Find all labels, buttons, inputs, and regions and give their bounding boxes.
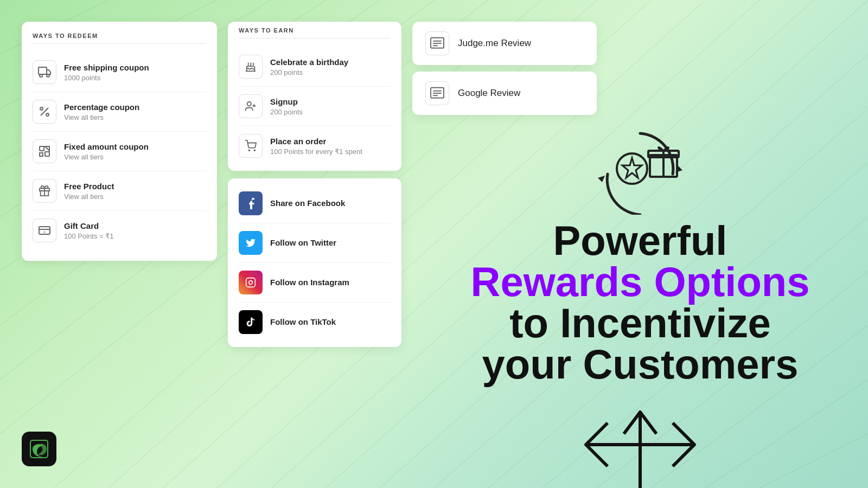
social-item-tiktok: Follow on TikTok xyxy=(239,303,391,342)
earn-item-birthday: Celebrate a birthday 200 points xyxy=(239,47,391,87)
facebook-icon xyxy=(239,191,263,215)
redeem-item-text: Fixed amount coupon View all tiers xyxy=(64,142,149,162)
svg-point-34 xyxy=(247,102,251,106)
redeem-item-free-product: Free Product View all tiers xyxy=(33,171,206,211)
redeem-item-percentage: Percentage coupon View all tiers xyxy=(33,92,206,132)
social-item-text: Follow on Instagram xyxy=(270,277,349,288)
earn-panel-title: WAYS TO EARN xyxy=(239,27,391,38)
redeem-panel-title: WAYS TO REDEEM xyxy=(33,33,206,44)
svg-line-25 xyxy=(41,108,48,115)
review-item-judgeme: Judge.me Review xyxy=(412,22,597,65)
twitter-icon xyxy=(239,231,263,255)
redeem-item-gift-card: Gift Card 100 Points = ₹1 xyxy=(33,211,206,250)
earn-item-text: Signup 200 points xyxy=(270,97,303,117)
truck-icon xyxy=(33,60,56,84)
svg-rect-28 xyxy=(40,146,44,151)
percent-icon xyxy=(33,100,56,124)
redeem-item-text: Gift Card 100 Points = ₹1 xyxy=(64,221,113,241)
svg-rect-45 xyxy=(431,88,444,98)
redeem-item-text: Free shipping coupon 1000 points xyxy=(64,62,149,82)
svg-point-26 xyxy=(40,107,43,110)
social-item-facebook: Share on Facebook xyxy=(239,184,391,223)
svg-rect-22 xyxy=(39,67,47,74)
svg-point-23 xyxy=(40,74,42,77)
svg-point-38 xyxy=(254,150,255,151)
social-item-twitter: Follow on Twitter xyxy=(239,223,391,263)
google-icon xyxy=(425,81,449,105)
signup-icon xyxy=(239,94,263,118)
earn-item-text: Celebrate a birthday 200 points xyxy=(270,57,348,77)
tag-icon xyxy=(33,139,56,163)
svg-point-24 xyxy=(47,74,49,77)
instagram-icon xyxy=(239,271,263,294)
cart-icon xyxy=(239,134,263,158)
svg-point-37 xyxy=(248,150,250,151)
svg-rect-39 xyxy=(246,278,256,287)
redeem-item-text: Free Product View all tiers xyxy=(64,181,114,201)
svg-rect-30 xyxy=(39,227,50,234)
cake-icon xyxy=(239,55,263,79)
svg-marker-50 xyxy=(622,158,642,178)
earn-item-text: Place an order 100 Points for every ₹1 s… xyxy=(270,136,362,156)
svg-point-27 xyxy=(46,113,49,116)
social-item-instagram: Follow on Instagram xyxy=(239,263,391,303)
arrow-options-icon xyxy=(580,390,700,488)
earn-item-order: Place an order 100 Points for every ₹1 s… xyxy=(239,126,391,165)
rewards-circle-icon xyxy=(589,123,692,215)
redeem-item-free-shipping: Free shipping coupon 1000 points xyxy=(33,53,206,92)
social-item-text: Share on Facebook xyxy=(270,198,345,209)
judgeme-icon xyxy=(425,31,449,55)
svg-rect-41 xyxy=(431,38,444,48)
social-item-text: Follow on TikTok xyxy=(270,317,336,328)
hero-text: Powerful Rewards Options to Incentivize … xyxy=(471,220,810,385)
svg-rect-29 xyxy=(45,152,49,156)
earn-panel: WAYS TO EARN xyxy=(228,22,401,171)
tiktok-icon xyxy=(239,310,263,334)
redeem-item-fixed: Fixed amount coupon View all tiers xyxy=(33,132,206,171)
gift-icon xyxy=(33,179,56,203)
review-item-google: Google Review xyxy=(412,72,597,115)
redeem-item-text: Percentage coupon View all tiers xyxy=(64,102,139,122)
social-item-text: Follow on Twitter xyxy=(270,237,336,248)
giftcard-icon xyxy=(33,219,56,242)
social-panel: Share on Facebook Follow on Twitter xyxy=(228,178,401,347)
redeem-panel: WAYS TO REDEEM Free shipping coupon 1000… xyxy=(22,22,217,261)
earn-item-signup: Signup 200 points xyxy=(239,87,391,126)
